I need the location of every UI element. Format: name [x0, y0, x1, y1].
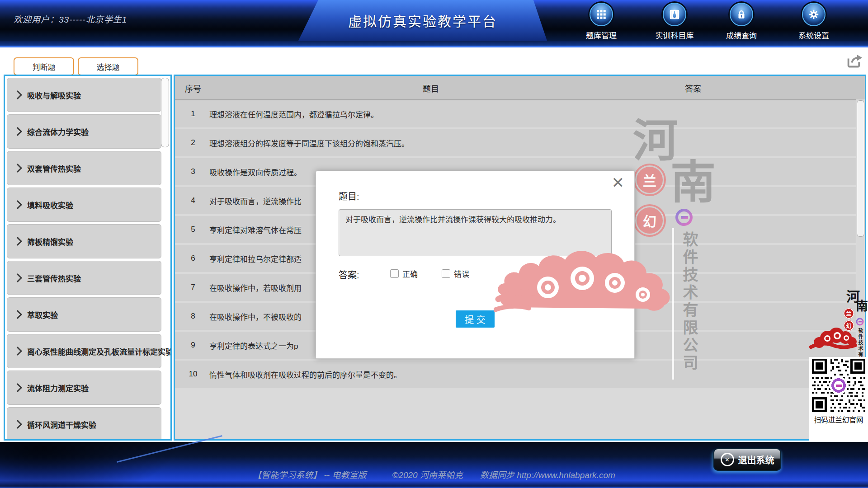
sidebar-item-label: 三套管传热实验 [27, 272, 81, 284]
table-row[interactable]: 1 理想溶液在任何温度范围内，都遵循拉乌尔定律。 [175, 100, 857, 127]
sidebar-item[interactable]: 循环风洞道干燥实验 [7, 407, 161, 441]
row-number-cell: 8 [175, 303, 211, 330]
tab-label: 选择题 [97, 61, 120, 72]
sidebar-item-label: 填料吸收实验 [27, 199, 73, 211]
checkbox-correct-label: 正确 [402, 268, 418, 279]
nav-label: 系统设置 [784, 29, 843, 41]
sidebar-item-label: 流体阻力测定实验 [27, 382, 89, 394]
row-number-cell: 6 [175, 245, 211, 272]
qr-caption: 扫码进兰幻官网 [809, 414, 868, 424]
sidebar-item-label: 循环风洞道干燥实验 [27, 419, 96, 430]
sidebar-item-label: 筛板精馏实验 [27, 236, 73, 247]
sidebar-item-label: 综合流体力学实验 [27, 126, 89, 137]
checkbox-wrong[interactable] [442, 269, 450, 278]
row-number-cell: 10 [175, 361, 211, 388]
page-title: 虚拟仿真实验教学平台 [348, 10, 497, 30]
sidebar-item[interactable]: 综合流体力学实验 [7, 114, 161, 149]
badge-char-nan: 南 [856, 296, 868, 314]
nav-item-score-query[interactable]: 成绩查询 [712, 3, 771, 41]
table-header-row: 序号 题目 答案 [175, 76, 865, 100]
chevron-right-icon [13, 273, 22, 282]
answer-option-wrong[interactable]: 错误 [442, 268, 469, 279]
chevron-right-icon [13, 383, 22, 392]
nav-item-question-bank[interactable]: 题库管理 [572, 3, 631, 41]
tab-label: 判断题 [33, 61, 56, 72]
sidebar-list: 吸收与解吸实验 综合流体力学实验 双套管传热实验 填料吸收实验 [7, 78, 161, 441]
sidebar-item[interactable]: 流体阻力测定实验 [7, 371, 161, 405]
tab-choice-questions[interactable]: 选择题 [78, 57, 138, 75]
nav-label: 题库管理 [572, 29, 631, 41]
header-band [0, 41, 868, 46]
sidebar-item[interactable]: 吸收与解吸实验 [7, 78, 161, 112]
chevron-right-icon [13, 90, 22, 99]
table-row[interactable]: 2 理想溶液组分的挥发度等于同温度下该组分的饱和蒸汽压。 [175, 129, 857, 156]
share-export-icon[interactable] [844, 52, 863, 71]
nav-item-system-settings[interactable]: 系统设置 [784, 3, 843, 41]
sidebar-scrollbar-thumb[interactable] [161, 78, 169, 147]
watermark-circle-lan-text: 兰 [637, 167, 663, 193]
answer-option-correct[interactable]: 正确 [390, 268, 418, 279]
footer-bar: 【智能学习系统】 -- 电教室版 ©2020 河南莱帕克 数据同步 http:/… [0, 442, 868, 488]
app-window: 欢迎用户：33-----北京学生1 虚拟仿真实验教学平台 题库管理 [0, 0, 868, 488]
sidebar-item-label: 双套管传热实验 [27, 163, 81, 174]
curtain-icon [663, 3, 686, 26]
tab-judgement-questions[interactable]: 判断题 [14, 57, 74, 75]
column-header-no: 序号 [185, 82, 201, 94]
watermark-circle-huan: 幻 [633, 204, 666, 237]
checkbox-wrong-label: 错误 [454, 268, 469, 279]
close-icon[interactable]: ✕ [612, 175, 625, 190]
chevron-right-icon [13, 237, 22, 246]
chevron-right-icon [13, 347, 22, 356]
watermark-circle-lan: 兰 [633, 164, 666, 196]
sidebar-item-label: 萃取实验 [27, 309, 58, 320]
submit-button[interactable]: 提 交 [456, 310, 495, 328]
lock-icon [730, 3, 753, 26]
lanhuan-corner-badge: 河 南 兰 幻 软件技术有限公司 [809, 286, 868, 441]
nav-label: 成绩查询 [712, 29, 771, 41]
qr-code-panel: 扫码进兰幻官网 [809, 357, 868, 441]
chevron-right-icon [13, 310, 22, 319]
modal-question-label: 题目: [339, 189, 359, 202]
title-panel: 虚拟仿真实验教学平台 [298, 0, 547, 41]
gear-icon [802, 3, 826, 26]
sidebar-item[interactable]: 三套管传热实验 [7, 261, 161, 295]
exit-system-button[interactable]: ✕ 退出系统 [713, 448, 781, 471]
welcome-user-text: 欢迎用户：33-----北京学生1 [14, 13, 127, 25]
row-number-cell: 9 [175, 332, 211, 359]
row-number-cell: 3 [175, 158, 211, 185]
nav-item-training-subjects[interactable]: 实训科目库 [645, 3, 704, 41]
sidebar-item[interactable]: 双套管传热实验 [7, 151, 161, 185]
row-question-cell: 理想溶液组分的挥发度等于同温度下该组分的饱和蒸汽压。 [209, 129, 853, 156]
checkbox-correct[interactable] [390, 269, 399, 278]
experiment-sidebar: 吸收与解吸实验 综合流体力学实验 双套管传热实验 填料吸收实验 [4, 75, 172, 441]
sidebar-item[interactable]: 筛板精馏实验 [7, 224, 161, 258]
column-header-question: 题目 [423, 82, 439, 94]
table-row[interactable]: 10 惰性气体和吸收剂在吸收过程的前后的摩尔量是不变的。 [175, 361, 857, 388]
sidebar-item-label: 吸收与解吸实验 [27, 89, 81, 101]
row-number-cell: 1 [175, 100, 211, 127]
red-cloud-decoration [809, 324, 858, 353]
qr-code [812, 359, 865, 412]
row-number-cell: 4 [175, 187, 211, 214]
row-number-cell: 2 [175, 129, 211, 156]
watermark-circle-huan-text: 幻 [637, 207, 663, 234]
header-accent-line [0, 46, 868, 47]
sidebar-item[interactable]: 填料吸收实验 [7, 188, 161, 222]
modal-answer-label: 答案: [339, 268, 359, 281]
circle-x-icon: ✕ [721, 453, 734, 466]
grid-icon [590, 3, 613, 26]
column-header-answer: 答案 [685, 82, 701, 94]
chevron-right-icon [13, 420, 22, 429]
header-bar: 欢迎用户：33-----北京学生1 虚拟仿真实验教学平台 题库管理 [0, 0, 868, 41]
nav-label: 实训科目库 [645, 29, 704, 41]
sidebar-item[interactable]: 萃取实验 [7, 297, 161, 332]
row-number-cell: 5 [175, 216, 211, 243]
table-scrollbar-thumb[interactable] [857, 100, 864, 237]
chevron-right-icon [13, 164, 22, 173]
chevron-right-icon [13, 200, 22, 209]
badge-circle-lan: 兰 [844, 308, 854, 319]
pink-cloud-decoration [494, 244, 697, 318]
sidebar-item[interactable]: 离心泵性能曲线测定及孔板流量计标定实验 [7, 334, 161, 368]
lanhuan-logo-icon [674, 207, 694, 230]
row-number-cell: 7 [175, 274, 211, 301]
